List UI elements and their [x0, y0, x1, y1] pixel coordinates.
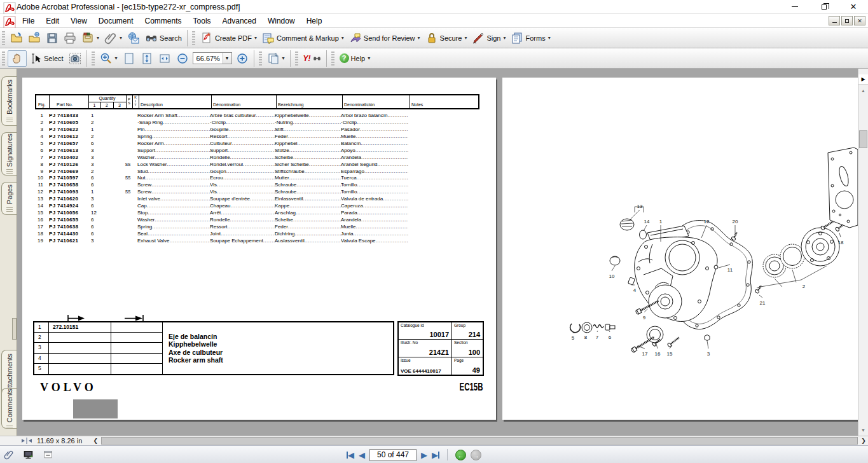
snapshot-button[interactable]: [66, 51, 84, 66]
scroll-up-arrow[interactable]: ▲: [858, 86, 868, 95]
diagram-callout: 16: [655, 351, 661, 357]
pane-splitter-handle[interactable]: [12, 318, 17, 340]
last-page-button[interactable]: ▶: [432, 451, 439, 459]
help-icon: ?: [340, 53, 349, 63]
send-for-review-button[interactable]: Send for Review▾: [347, 31, 423, 46]
diagram-callout: 17: [642, 351, 648, 357]
toolbar-grip[interactable]: [192, 31, 195, 45]
open-recent-button[interactable]: [25, 31, 43, 46]
attachments-status-icon[interactable]: [4, 450, 14, 460]
fit-width-button[interactable]: [156, 51, 174, 66]
vertical-scrollbar[interactable]: ▶ ▲ ▼: [858, 69, 868, 436]
single-page-view-icon[interactable]: [23, 450, 34, 460]
scroll-left-arrow[interactable]: ❮: [91, 438, 100, 444]
section-value: 100: [469, 349, 480, 356]
diagram-callout: 3: [707, 351, 710, 357]
close-button[interactable]: ✕: [839, 0, 868, 14]
tab-comments[interactable]: Comments: [1, 388, 17, 429]
continuous-view-icon[interactable]: [43, 450, 53, 460]
menu-edit[interactable]: Edit: [40, 15, 65, 27]
toolbar-grip[interactable]: [295, 52, 298, 66]
menu-view[interactable]: View: [65, 15, 93, 27]
save-button[interactable]: [43, 31, 61, 46]
next-view-button[interactable]: →: [471, 450, 481, 460]
diagram-callout: 12: [704, 219, 710, 225]
issue-label: Issue: [401, 358, 450, 363]
pane-splitter-icon[interactable]: [20, 437, 33, 445]
minimize-button[interactable]: [780, 0, 809, 14]
menu-bar: FileEditViewDocumentCommentsToolsAdvance…: [0, 14, 868, 28]
tab-pages[interactable]: Pages: [1, 182, 17, 215]
menu-advanced[interactable]: Advanced: [217, 15, 262, 27]
organizer-button[interactable]: ▾: [79, 31, 102, 46]
page-display-button[interactable]: ▾: [265, 51, 287, 66]
scroll-down-arrow[interactable]: ▼: [858, 425, 868, 434]
fit-page-button[interactable]: [138, 51, 156, 66]
email-button[interactable]: [125, 31, 142, 46]
zoom-level-dropdown[interactable]: ▾: [223, 53, 231, 64]
actual-size-button[interactable]: [120, 51, 138, 66]
attach-button[interactable]: ▾: [102, 31, 125, 46]
diagram-callout: 14: [644, 219, 650, 225]
hand-tool-button[interactable]: [8, 50, 27, 67]
yahoo-search-button[interactable]: Y!: [301, 53, 324, 64]
toolbar-grip[interactable]: [2, 52, 5, 66]
open-button[interactable]: [8, 31, 25, 46]
print-button[interactable]: [61, 31, 79, 46]
vertical-scroll-thumb[interactable]: [859, 130, 867, 148]
forms-button[interactable]: Forms▾: [508, 31, 553, 46]
previous-page-button[interactable]: ◀: [359, 451, 365, 459]
zoom-out-button[interactable]: [174, 51, 191, 66]
toolbar-grip[interactable]: [2, 31, 5, 45]
help-button[interactable]: ? Help▾: [337, 52, 373, 64]
create-pdf-button[interactable]: Create PDF▾: [198, 31, 259, 46]
comment-markup-label: Comment & Markup: [277, 34, 339, 42]
toolbar-grip[interactable]: [92, 52, 95, 66]
pump-gear-set: [757, 228, 839, 287]
scroll-right-arrow[interactable]: ❯: [859, 438, 868, 444]
zoom-tool-button[interactable]: ▾: [97, 51, 120, 66]
menu-file[interactable]: File: [17, 15, 40, 27]
tab-signatures[interactable]: Signatures: [1, 132, 17, 176]
pane-toggle-button[interactable]: ▶: [858, 74, 868, 85]
toolbar-grip[interactable]: [331, 52, 334, 66]
menu-window[interactable]: Window: [262, 15, 301, 27]
secure-button[interactable]: Secure▾: [423, 31, 470, 46]
dowel-pin: [628, 277, 635, 285]
page-navigation: ◀ ◀ ▶ ▶ ← →: [347, 446, 481, 463]
revision-entry: 272.10151: [49, 322, 111, 333]
previous-view-button[interactable]: ←: [455, 450, 466, 460]
diagram-callout: 18: [838, 240, 844, 245]
doc-restore-button[interactable]: [841, 16, 853, 25]
catalogue-info-box: Catalogue id 10017 Group 214 Illustr. No…: [397, 321, 484, 376]
title-de: Kipphebelwelle: [169, 340, 393, 349]
diagram-callout: 15: [667, 351, 673, 357]
toolbar-grip[interactable]: [259, 52, 262, 66]
zoom-level-combo[interactable]: 66.67% ▾: [193, 52, 232, 64]
diagram-callout: 11: [727, 267, 733, 273]
tab-bookmarks[interactable]: Bookmarks: [1, 76, 17, 126]
page-number-input[interactable]: [369, 449, 417, 461]
restore-button[interactable]: [809, 0, 839, 14]
view-toolbar: Select ▾ 66.67% ▾: [0, 48, 868, 69]
first-page-button[interactable]: ◀: [347, 451, 354, 459]
next-page-button[interactable]: ▶: [421, 451, 427, 459]
horizontal-scroll-thumb[interactable]: [101, 437, 858, 445]
select-tool-button[interactable]: Select: [27, 51, 66, 66]
doc-close-button[interactable]: ✕: [854, 16, 865, 25]
doc-minimize-button[interactable]: [829, 16, 840, 25]
sign-button[interactable]: Sign▾: [469, 31, 508, 46]
zoom-in-button[interactable]: [233, 51, 251, 66]
menu-tools[interactable]: Tools: [188, 15, 217, 27]
menu-document[interactable]: Document: [93, 15, 139, 27]
menu-comments[interactable]: Comments: [139, 15, 188, 27]
diagram-callout: 1: [659, 219, 663, 225]
comment-markup-button[interactable]: Comment & Markup▾: [259, 31, 347, 46]
search-button[interactable]: Search: [142, 31, 184, 46]
oil-filler-plug: [620, 207, 647, 239]
parts-table-row: 13PJ 74106203Inlet valveSoupape d'entrée…: [35, 196, 482, 203]
secure-label: Secure: [440, 34, 462, 42]
diagram-callout: 13: [637, 204, 643, 209]
parts-table-row: 2PJ 74106052·Snap Ring·Circlip·Nutring·C…: [35, 120, 482, 127]
menu-help[interactable]: Help: [301, 15, 328, 27]
